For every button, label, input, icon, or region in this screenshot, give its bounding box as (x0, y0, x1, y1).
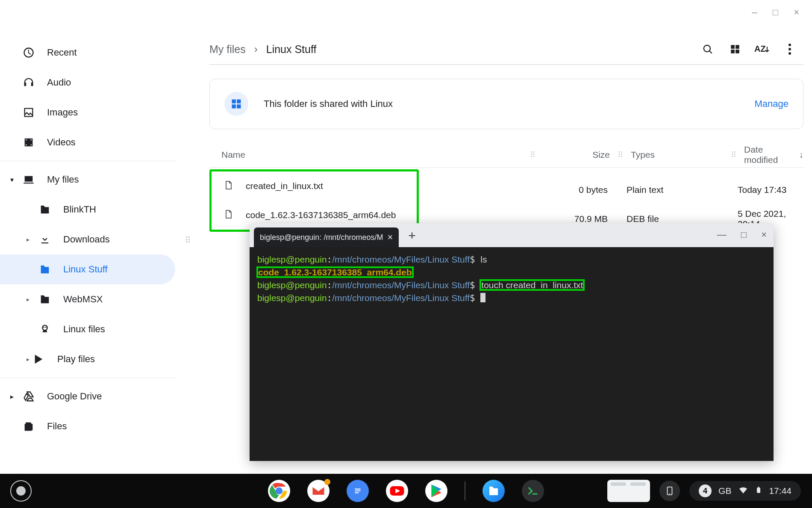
headphones-icon (22, 76, 35, 89)
play-store-icon (32, 353, 45, 366)
main-pane: My files › Linux Stuff AZ This folder is… (209, 34, 803, 232)
file-size: 0 bytes (538, 185, 615, 195)
files-app-icon[interactable] (482, 480, 505, 502)
sidebar-item-my-files[interactable]: ▾ My files (0, 165, 175, 195)
svg-point-9 (276, 487, 283, 495)
sidebar-label: Downloads (63, 234, 110, 245)
shelf-divider (465, 481, 465, 500)
sidebar-label: BlinkTH (63, 204, 96, 215)
sidebar-item-blinkth[interactable]: BlinkTH (0, 195, 175, 224)
file-type: Plain text (624, 185, 727, 195)
sidebar-item-google-drive[interactable]: ▸ Google Drive (0, 381, 175, 411)
sidebar-item-audio[interactable]: Audio (0, 68, 175, 97)
svg-rect-12 (757, 487, 760, 493)
sidebar-label: Google Drive (47, 391, 102, 402)
file-table: Name ⠿ Size ⠿ Types ⠿ Date modified↓ cre… (209, 142, 803, 232)
folder-icon (38, 263, 51, 276)
caret-right-icon: ▸ (26, 356, 29, 363)
folder-icon (38, 293, 51, 306)
sort-button[interactable]: AZ (749, 35, 776, 63)
maximize-icon[interactable]: □ (741, 229, 747, 240)
sidebar-label: Play files (57, 354, 95, 365)
ram-badge: 4 (699, 484, 712, 497)
highlight-annotation: touch created_in_linux.txt (480, 280, 584, 290)
maximize-icon[interactable]: □ (773, 7, 778, 18)
chrome-icon[interactable] (268, 480, 290, 502)
youtube-icon[interactable] (386, 480, 408, 502)
gmail-icon[interactable] (307, 480, 330, 502)
sidebar-item-linux-files[interactable]: Linux files (0, 314, 175, 344)
svg-point-0 (42, 325, 47, 331)
caret-right-icon: ▸ (26, 296, 29, 303)
sidebar-item-play-files[interactable]: ▸ Play files (0, 344, 175, 374)
sidebar-item-videos[interactable]: Videos (0, 127, 175, 157)
linux-share-icon (224, 92, 248, 116)
sidebar-item-files[interactable]: Files (0, 411, 175, 441)
battery-icon (755, 485, 762, 497)
col-date[interactable]: Date modified (744, 145, 796, 165)
breadcrumb-current: Linux Stuff (266, 43, 317, 56)
minimize-icon[interactable]: – (752, 7, 757, 18)
search-button[interactable] (694, 35, 721, 63)
sidebar-item-linux-stuff[interactable]: Linux Stuff (0, 254, 175, 284)
sidebar-label: Linux Stuff (63, 264, 108, 275)
caret-down-icon: ▾ (10, 176, 14, 184)
terminal-window[interactable]: biglesp@penguin: /mnt/chromeos/M × + ― □… (250, 223, 774, 461)
svg-point-5 (788, 44, 791, 46)
terminal-tab[interactable]: biglesp@penguin: /mnt/chromeos/M × (254, 227, 399, 247)
download-icon (38, 233, 51, 246)
image-icon (22, 106, 35, 119)
sidebar-label: Recent (47, 47, 77, 58)
window-switcher[interactable] (607, 480, 650, 502)
close-icon[interactable]: × (794, 7, 799, 18)
docs-icon[interactable] (347, 480, 369, 502)
sidebar-label: Images (47, 107, 78, 118)
folder-icon (38, 203, 51, 216)
minimize-icon[interactable]: ― (717, 229, 727, 240)
svg-point-2 (45, 327, 47, 328)
svg-point-7 (788, 52, 791, 55)
svg-point-1 (43, 327, 44, 328)
svg-point-6 (788, 48, 791, 50)
phone-hub-icon[interactable] (659, 481, 680, 501)
status-tray[interactable]: 4 GB 17:44 (689, 481, 801, 501)
shelf-apps (268, 480, 544, 502)
file-size: 70.9 MB (538, 214, 615, 224)
ram-unit: GB (718, 486, 731, 496)
shelf: 4 GB 17:44 (0, 474, 812, 508)
sidebar-item-images[interactable]: Images (0, 97, 175, 127)
sidebar-resize-handle[interactable]: ⠿ (185, 235, 193, 245)
new-tab-button[interactable]: + (408, 228, 416, 243)
play-store-icon[interactable] (425, 480, 447, 502)
sidebar-label: Files (47, 421, 67, 432)
launcher-button[interactable] (10, 480, 32, 502)
table-row-meta: 0 bytes Plain text Today 17:43 (209, 175, 803, 204)
more-menu-button[interactable] (776, 35, 803, 63)
col-size[interactable]: Size (592, 150, 610, 159)
col-name[interactable]: Name (221, 150, 245, 160)
sidebar-item-recent[interactable]: Recent (0, 38, 175, 68)
sidebar-item-downloads[interactable]: ▸ Downloads (0, 224, 175, 254)
video-icon (22, 136, 35, 149)
manage-link[interactable]: Manage (754, 98, 788, 109)
files-icon (22, 420, 35, 433)
drive-icon (22, 390, 35, 403)
sidebar-label: Linux files (63, 324, 105, 335)
svg-rect-13 (758, 487, 759, 487)
tab-close-icon[interactable]: × (387, 232, 393, 243)
sidebar-label: Audio (47, 77, 71, 88)
terminal-app-icon[interactable] (522, 480, 544, 502)
breadcrumb-root[interactable]: My files (209, 43, 246, 56)
linux-icon (38, 323, 51, 336)
column-grip-icon[interactable]: ⠿ (618, 150, 623, 159)
column-grip-icon[interactable]: ⠿ (530, 150, 535, 159)
svg-point-3 (704, 45, 710, 52)
terminal-body[interactable]: biglesp@penguin:/mnt/chromeos/MyFiles/Li… (250, 247, 774, 461)
svg-text:AZ: AZ (754, 44, 766, 53)
sidebar-item-webmsx[interactable]: ▸ WebMSX (0, 284, 175, 314)
close-icon[interactable]: × (761, 229, 767, 240)
column-grip-icon[interactable]: ⠿ (731, 150, 736, 159)
table-header: Name ⠿ Size ⠿ Types ⠿ Date modified↓ (209, 142, 803, 168)
view-toggle-button[interactable] (721, 35, 749, 63)
col-type[interactable]: Types (631, 150, 655, 159)
